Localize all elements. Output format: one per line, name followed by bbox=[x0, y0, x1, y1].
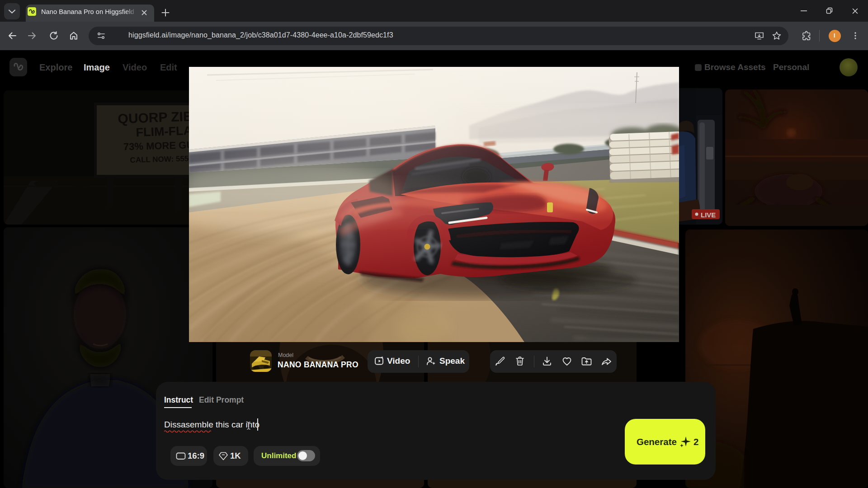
svg-text:CALL NOW: 555-0: CALL NOW: 555-0 bbox=[130, 154, 195, 164]
svg-text:FLIM-FLA: FLIM-FLA bbox=[136, 124, 192, 139]
svg-text:LIVE: LIVE bbox=[701, 211, 716, 219]
